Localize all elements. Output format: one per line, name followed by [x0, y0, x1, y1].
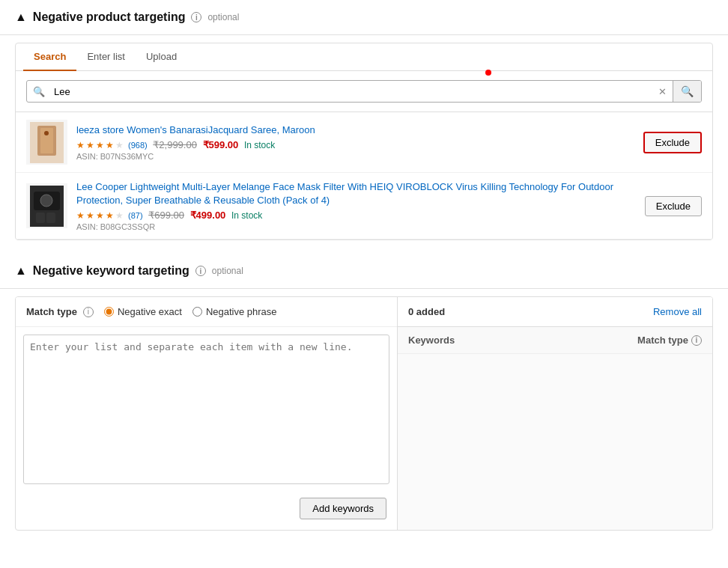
- star-2: ★: [86, 140, 94, 150]
- kw-info-icon[interactable]: i: [195, 266, 206, 276]
- added-count: 0 added: [408, 306, 445, 317]
- section-title: Negative product targeting: [33, 10, 186, 24]
- kw-optional-label: optional: [212, 266, 243, 276]
- asin-1: ASIN: B07NS36MYC: [76, 152, 634, 161]
- price-new-1: ₹599.00: [203, 139, 239, 150]
- keyword-panel: Match type i Negative exact Negative phr…: [15, 296, 713, 531]
- col-keywords-label: Keywords: [408, 335, 637, 346]
- keyword-table-header: Keywords Match type i: [398, 327, 712, 354]
- search-prefix-icon: 🔍: [27, 82, 51, 102]
- product-image-2: [26, 183, 67, 228]
- negative-keyword-targeting-header: ▲ Negative keyword targeting i optional: [0, 254, 728, 289]
- notification-dot: [485, 70, 491, 76]
- exclude-button-1[interactable]: Exclude: [643, 132, 702, 153]
- tab-upload[interactable]: Upload: [136, 43, 187, 71]
- keyword-textarea[interactable]: [23, 335, 389, 484]
- product-targeting-card: Search Enter list Upload 🔍 ✕ 🔍: [15, 43, 713, 240]
- col-match-type-info-icon[interactable]: i: [691, 335, 702, 346]
- match-type-radio-group: Negative exact Negative phrase: [104, 306, 277, 317]
- star-1: ★: [76, 210, 85, 221]
- tabs-container: Search Enter list Upload: [16, 43, 712, 71]
- svg-rect-6: [36, 213, 45, 223]
- star-5: ★: [115, 140, 124, 150]
- price-new-2: ₹499.00: [190, 210, 226, 221]
- svg-point-8: [40, 195, 52, 207]
- table-row: Lee Cooper Lightweight Multi-Layer Melan…: [16, 173, 712, 239]
- radio-negative-phrase-label: Negative phrase: [206, 306, 277, 317]
- in-stock-2: In stock: [231, 210, 262, 221]
- svg-rect-7: [46, 213, 55, 223]
- search-input[interactable]: [51, 82, 652, 102]
- price-old-1: ₹2,999.00: [153, 139, 197, 150]
- keyword-right-panel: 0 added Remove all Keywords Match type i: [398, 297, 712, 530]
- match-type-info-icon[interactable]: i: [83, 307, 94, 317]
- product-title-1: leeza store Women's BanarasiJacquard Sar…: [76, 123, 634, 137]
- star-5: ★: [115, 210, 124, 221]
- product-list: leeza store Women's BanarasiJacquard Sar…: [16, 112, 712, 239]
- star-3: ★: [96, 210, 104, 221]
- tab-enter-list[interactable]: Enter list: [76, 43, 136, 71]
- negative-keyword-targeting-section: ▲ Negative keyword targeting i optional …: [0, 254, 728, 531]
- rating-count-1: (968): [128, 141, 148, 150]
- remove-all-link[interactable]: Remove all: [653, 306, 702, 317]
- product-stars-1: ★ ★ ★ ★ ★ (968) ₹2,999.00 ₹599.00 In sto…: [76, 139, 634, 150]
- star-1: ★: [76, 140, 85, 150]
- add-keywords-button[interactable]: Add keywords: [300, 498, 386, 519]
- asin-2: ASIN: B08GC3SSQR: [76, 222, 636, 231]
- col-match-type-label: Match type i: [637, 335, 702, 346]
- product-info-2: Lee Cooper Lightweight Multi-Layer Melan…: [76, 180, 636, 231]
- keyword-right-header: 0 added Remove all: [398, 297, 712, 327]
- star-4: ★: [106, 210, 114, 221]
- product-info-1: leeza store Women's BanarasiJacquard Sar…: [76, 123, 634, 161]
- kw-toggle-icon[interactable]: ▲: [15, 264, 27, 278]
- radio-negative-phrase-input[interactable]: [192, 307, 202, 317]
- keyword-left-panel: Match type i Negative exact Negative phr…: [16, 297, 398, 530]
- tab-search[interactable]: Search: [23, 43, 76, 71]
- add-keywords-row: Add keywords: [16, 492, 397, 530]
- product-stars-2: ★ ★ ★ ★ ★ (87) ₹699.00 ₹499.00 In stock: [76, 210, 636, 221]
- clear-button[interactable]: ✕: [652, 82, 673, 102]
- info-icon[interactable]: i: [191, 12, 201, 22]
- optional-label: optional: [207, 12, 239, 22]
- search-submit-button[interactable]: 🔍: [673, 81, 701, 102]
- radio-negative-exact-label: Negative exact: [118, 306, 182, 317]
- match-type-label: Match type: [26, 306, 77, 317]
- search-box: 🔍 ✕ 🔍: [26, 80, 702, 103]
- exclude-button-2[interactable]: Exclude: [645, 196, 702, 216]
- in-stock-1: In stock: [244, 140, 275, 150]
- product-image-1: [26, 120, 67, 165]
- toggle-icon[interactable]: ▲: [15, 10, 27, 24]
- radio-negative-exact-input[interactable]: [104, 307, 114, 317]
- radio-negative-phrase[interactable]: Negative phrase: [192, 306, 277, 317]
- price-old-2: ₹699.00: [148, 210, 184, 221]
- product-title-2: Lee Cooper Lightweight Multi-Layer Melan…: [76, 180, 636, 207]
- svg-point-3: [44, 131, 49, 135]
- table-row: leeza store Women's BanarasiJacquard Sar…: [16, 112, 712, 173]
- radio-negative-exact[interactable]: Negative exact: [104, 306, 182, 317]
- kw-section-title: Negative keyword targeting: [33, 264, 189, 278]
- rating-count-2: (87): [128, 211, 143, 220]
- match-type-row: Match type i Negative exact Negative phr…: [16, 297, 397, 327]
- star-2: ★: [86, 210, 94, 221]
- star-4: ★: [106, 140, 114, 150]
- search-area: 🔍 ✕ 🔍: [16, 71, 712, 112]
- star-3: ★: [96, 140, 104, 150]
- negative-product-targeting-header: ▲ Negative product targeting i optional: [0, 0, 728, 35]
